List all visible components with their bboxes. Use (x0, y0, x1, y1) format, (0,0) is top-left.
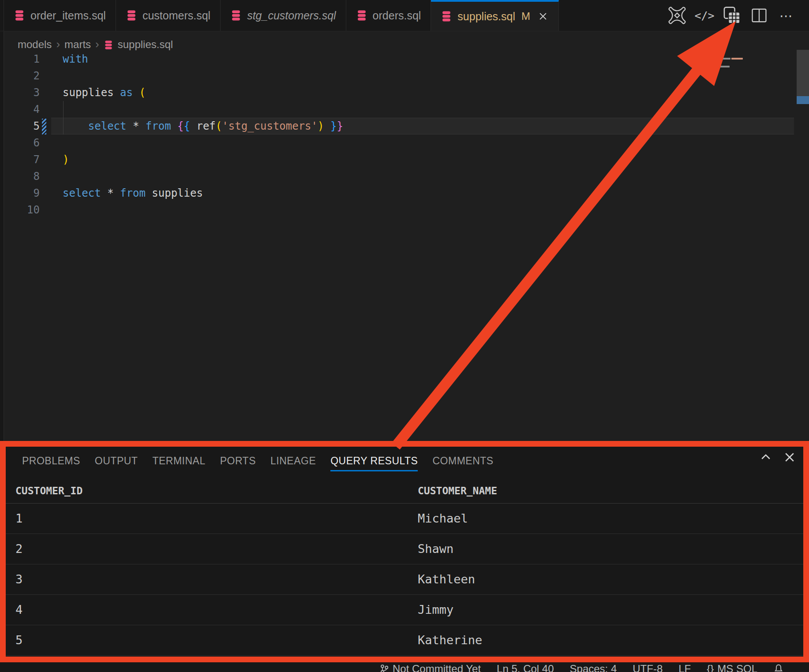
panel-tab-terminal[interactable]: TERMINAL (152, 455, 205, 467)
status-indentation[interactable]: Spaces: 4 (570, 663, 617, 672)
code-token (139, 120, 145, 132)
editor-scrollbar[interactable] (797, 31, 809, 441)
code-line[interactable]: 5 select * from {{ ref('stg_customers') … (0, 118, 809, 134)
line-number: 5 (0, 118, 40, 134)
tab-supplies-active[interactable]: supplies.sql M (431, 0, 559, 31)
database-icon (441, 10, 452, 22)
code-token: ) (63, 153, 69, 166)
code-token (190, 120, 196, 132)
chevron-up-icon[interactable] (759, 450, 773, 464)
tab-label: order_items.sql (30, 9, 106, 22)
code-token (324, 120, 330, 132)
code-line[interactable]: 9 select * from supplies (0, 185, 809, 202)
open-as-code-icon[interactable]: </> (695, 6, 714, 25)
code-line[interactable]: 2 (0, 67, 809, 84)
code-text: with (63, 51, 88, 67)
breadcrumb-models[interactable]: models (18, 38, 52, 51)
dbt-icon[interactable] (668, 6, 686, 25)
tab-customers[interactable]: customers.sql (116, 0, 221, 31)
table-header-row: CUSTOMER_ID CUSTOMER_NAME (0, 479, 809, 504)
status-language[interactable]: {} MS SQL (707, 663, 757, 672)
code-text: select * from supplies (63, 185, 203, 202)
minimap-line (704, 54, 723, 56)
notifications-bell-icon[interactable] (773, 664, 784, 672)
status-bar: Not Committed Yet Ln 5, Col 40 Spaces: 4… (0, 662, 809, 672)
cell-customer-id: 3 (15, 564, 22, 594)
breadcrumb-file[interactable]: supplies.sql (118, 38, 173, 51)
panel-tab-ports[interactable]: PORTS (220, 455, 256, 467)
chevron-right-icon: › (95, 37, 99, 51)
code-token: { (184, 120, 190, 132)
status-eol[interactable]: LF (678, 663, 691, 672)
cell-customer-name: Katherine (418, 625, 482, 655)
code-editor[interactable]: models › marts › supplies.sql 1 with 2 3… (0, 31, 809, 441)
more-actions-icon[interactable]: ⋯ (777, 6, 796, 25)
column-header-customer-id[interactable]: CUSTOMER_ID (15, 479, 82, 503)
cell-customer-name: Michael (418, 504, 468, 534)
minimap[interactable] (699, 48, 750, 103)
braces-icon: {} (707, 663, 714, 672)
tab-close-icon[interactable] (537, 11, 549, 22)
panel-actions (759, 450, 797, 464)
tab-label: stg_customers.sql (247, 9, 336, 22)
status-cursor-position[interactable]: Ln 5, Col 40 (497, 663, 554, 672)
tab-label: orders.sql (373, 9, 421, 22)
status-encoding[interactable]: UTF-8 (633, 663, 663, 672)
tab-stg-customers[interactable]: stg_customers.sql (221, 0, 346, 31)
panel-tab-lineage[interactable]: LINEAGE (270, 455, 316, 467)
code-line[interactable]: 4 (0, 101, 809, 118)
code-line[interactable]: 3 supplies as ( (0, 84, 809, 101)
panel-tab-query-results[interactable]: QUERY RESULTS (330, 455, 418, 471)
panel-tab-output[interactable]: OUTPUT (95, 455, 138, 467)
breadcrumb: models › marts › supplies.sql (18, 37, 173, 51)
code-line[interactable]: 7 ) (0, 151, 809, 168)
panel-tab-bar: PROBLEMS OUTPUT TERMINAL PORTS LINEAGE Q… (22, 447, 494, 474)
minimap-line (715, 66, 730, 67)
cell-customer-name: Kathleen (418, 564, 475, 594)
code-text: select * from {{ ref('stg_customers') }} (63, 118, 343, 134)
table-row[interactable]: 5 Katherine (0, 625, 809, 656)
code-line[interactable]: 6 (0, 134, 809, 151)
line-number: 10 (0, 202, 40, 218)
table-row[interactable]: 4 Jimmy (0, 595, 809, 625)
minimap-line (704, 50, 715, 52)
panel-tab-comments[interactable]: COMMENTS (432, 455, 493, 467)
tab-orders[interactable]: orders.sql (346, 0, 431, 31)
code-token: } (330, 120, 337, 132)
code-line[interactable]: 10 (0, 202, 809, 218)
cell-customer-id: 5 (15, 625, 22, 655)
code-line[interactable]: 8 (0, 168, 809, 185)
code-token (63, 120, 88, 132)
database-icon (104, 40, 113, 50)
tab-order-items[interactable]: order_items.sql (4, 0, 116, 31)
database-icon (356, 9, 367, 22)
line-number: 2 (0, 67, 40, 84)
close-panel-icon[interactable] (783, 450, 797, 464)
code-token (127, 120, 133, 132)
code-token: * (107, 187, 113, 199)
tab-label: customers.sql (142, 9, 210, 22)
scrollbar-slider[interactable] (797, 50, 809, 96)
code-token: ref (196, 120, 215, 132)
line-number: 8 (0, 168, 40, 185)
query-results-table: CUSTOMER_ID CUSTOMER_NAME 1 Michael 2 Sh… (0, 479, 809, 656)
column-header-customer-name[interactable]: CUSTOMER_NAME (418, 479, 497, 503)
code-text: ) (63, 151, 69, 168)
split-editor-icon[interactable] (750, 6, 768, 25)
code-token: * (133, 120, 139, 132)
table-row[interactable]: 2 Shawn (0, 534, 809, 564)
tab-label: supplies.sql (457, 10, 515, 23)
code-token (171, 120, 177, 132)
status-git[interactable]: Not Committed Yet (379, 663, 481, 672)
code-token: from (120, 187, 146, 199)
table-row[interactable]: 1 Michael (0, 504, 809, 534)
query-results-icon[interactable] (723, 6, 741, 25)
line-number: 6 (0, 134, 40, 151)
panel-tab-problems[interactable]: PROBLEMS (22, 455, 80, 467)
code-line[interactable]: 1 with (0, 51, 809, 67)
cell-customer-id: 2 (15, 534, 22, 564)
breadcrumb-marts[interactable]: marts (64, 38, 91, 51)
table-row[interactable]: 3 Kathleen (0, 564, 809, 595)
cell-customer-id: 1 (15, 504, 22, 534)
cell-customer-name: Shawn (418, 534, 453, 564)
